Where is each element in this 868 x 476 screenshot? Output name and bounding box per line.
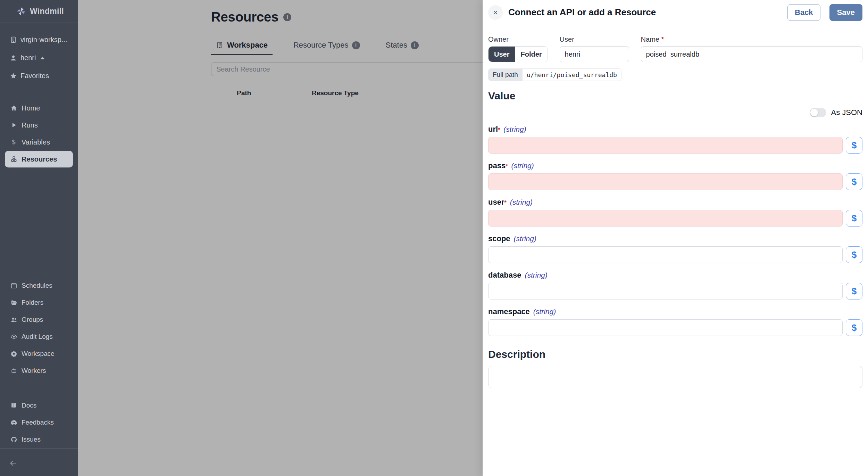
description-textarea[interactable] xyxy=(488,366,862,388)
field-type: (string) xyxy=(510,198,533,206)
sidebar-item-label: Audit Logs xyxy=(22,333,53,340)
full-path-value: u/henri/poised_surrealdb xyxy=(523,68,621,81)
field-input-row: $ xyxy=(488,283,862,299)
sidebar-item-label: Workspace xyxy=(22,350,55,358)
add-resource-drawer: × Connect an API or add a Resource Back … xyxy=(483,0,868,476)
sidebar-item-audit-logs[interactable]: Audit Logs xyxy=(5,328,73,345)
full-path-badge: Full path u/henri/poised_surrealdb xyxy=(488,68,621,81)
description-heading: Description xyxy=(488,348,862,360)
field-type: (string) xyxy=(503,125,526,133)
sidebar-item-label: henri xyxy=(20,54,36,62)
sidebar-item-favorites[interactable]: Favorites xyxy=(0,67,78,85)
sidebar-top-section: virgin-worksp...henriFavorites xyxy=(0,23,78,85)
field-label: database(string) xyxy=(488,271,862,280)
back-button[interactable]: Back xyxy=(787,4,820,21)
sidebar-item-runs[interactable]: Runs xyxy=(5,117,73,133)
insert-variable-button[interactable]: $ xyxy=(846,173,862,190)
cubes-icon xyxy=(10,156,17,163)
field-type: (string) xyxy=(533,307,556,316)
scope-input[interactable] xyxy=(488,246,843,263)
sidebar-item-virgin-worksp[interactable]: virgin-worksp... xyxy=(0,31,78,49)
sidebar-item-home[interactable]: Home xyxy=(5,100,73,116)
resource-field-user: user*(string)$ xyxy=(488,198,862,227)
users-icon xyxy=(10,316,17,323)
field-type: (string) xyxy=(525,271,547,279)
sidebar-footer-section: DocsFeedbacksIssues xyxy=(0,397,78,448)
insert-variable-button[interactable]: $ xyxy=(846,210,862,227)
insert-variable-button[interactable]: $ xyxy=(846,283,862,299)
building-icon xyxy=(10,36,17,43)
sidebar-item-label: Docs xyxy=(22,402,36,409)
required-asterisk: * xyxy=(506,163,508,170)
as-json-label: As JSON xyxy=(831,108,862,117)
field-input-row: $ xyxy=(488,173,862,190)
sidebar-collapse-row xyxy=(0,448,78,476)
user-label: User xyxy=(560,35,629,43)
name-input[interactable] xyxy=(641,46,862,62)
field-type: (string) xyxy=(511,162,534,170)
sidebar-item-resources[interactable]: Resources xyxy=(5,151,73,167)
pass-input[interactable] xyxy=(488,173,843,190)
save-button[interactable]: Save xyxy=(829,4,862,21)
resource-field-namespace: namespace(string)$ xyxy=(488,307,862,336)
owner-option-user[interactable]: User xyxy=(489,47,515,62)
sidebar-item-workspace[interactable]: Workspace xyxy=(5,345,73,362)
sidebar-item-label: Runs xyxy=(22,121,38,129)
resource-field-scope: scope(string)$ xyxy=(488,234,862,263)
close-button[interactable]: × xyxy=(488,5,503,20)
sidebar-item-docs[interactable]: Docs xyxy=(5,397,73,414)
owner-group: Owner User Folder xyxy=(488,35,548,62)
brand-name: Windmill xyxy=(30,7,64,16)
sidebar-item-groups[interactable]: Groups xyxy=(5,311,73,328)
sidebar-item-issues[interactable]: Issues xyxy=(5,431,73,448)
field-name: scope xyxy=(488,234,510,243)
sidebar-item-henri[interactable]: henri xyxy=(0,49,78,67)
robot-icon xyxy=(10,367,17,374)
field-input-row: $ xyxy=(488,210,862,227)
sidebar-item-feedbacks[interactable]: Feedbacks xyxy=(5,414,73,431)
sidebar: Windmill virgin-worksp...henriFavorites … xyxy=(0,0,78,476)
user-input[interactable] xyxy=(488,210,843,227)
insert-variable-button[interactable]: $ xyxy=(846,137,862,154)
sidebar-item-label: Variables xyxy=(22,138,50,146)
sidebar-item-variables[interactable]: Variables xyxy=(5,134,73,150)
insert-variable-button[interactable]: $ xyxy=(846,246,862,263)
field-input-row: $ xyxy=(488,246,862,263)
user-group: User xyxy=(560,35,629,62)
resource-field-pass: pass*(string)$ xyxy=(488,161,862,190)
github-icon xyxy=(10,436,17,443)
logo-row[interactable]: Windmill xyxy=(0,0,78,23)
sidebar-item-workers[interactable]: Workers xyxy=(5,362,73,379)
full-path-label: Full path xyxy=(488,68,523,81)
collapse-arrow-icon[interactable] xyxy=(9,459,17,467)
owner-option-folder[interactable]: Folder xyxy=(515,47,547,62)
sidebar-item-schedules[interactable]: Schedules xyxy=(5,277,73,294)
sidebar-item-label: Groups xyxy=(22,316,43,323)
database-input[interactable] xyxy=(488,283,843,299)
field-name: database xyxy=(488,271,521,280)
field-type: (string) xyxy=(514,235,536,243)
crown-icon xyxy=(40,55,45,60)
field-name: url xyxy=(488,125,498,134)
sidebar-item-folders[interactable]: Folders xyxy=(5,294,73,311)
insert-variable-button[interactable]: $ xyxy=(846,319,862,336)
sidebar-item-label: Issues xyxy=(22,436,41,443)
drawer-title: Connect an API or add a Resource xyxy=(508,7,782,18)
user-icon xyxy=(10,54,17,61)
home-icon xyxy=(10,105,17,112)
resource-field-database: database(string)$ xyxy=(488,271,862,299)
namespace-input[interactable] xyxy=(488,319,843,336)
dollar-icon xyxy=(10,139,17,146)
gear-icon xyxy=(10,350,17,357)
value-heading: Value xyxy=(488,90,862,102)
field-label: namespace(string) xyxy=(488,307,862,316)
required-asterisk: * xyxy=(504,200,506,206)
folder-icon xyxy=(10,299,17,306)
field-input-row: $ xyxy=(488,319,862,336)
url-input[interactable] xyxy=(488,137,843,154)
sidebar-item-label: Resources xyxy=(22,155,57,163)
as-json-toggle[interactable] xyxy=(810,108,826,117)
name-label: Name * xyxy=(641,35,862,43)
required-asterisk: * xyxy=(498,127,500,133)
user-input[interactable] xyxy=(560,46,629,62)
